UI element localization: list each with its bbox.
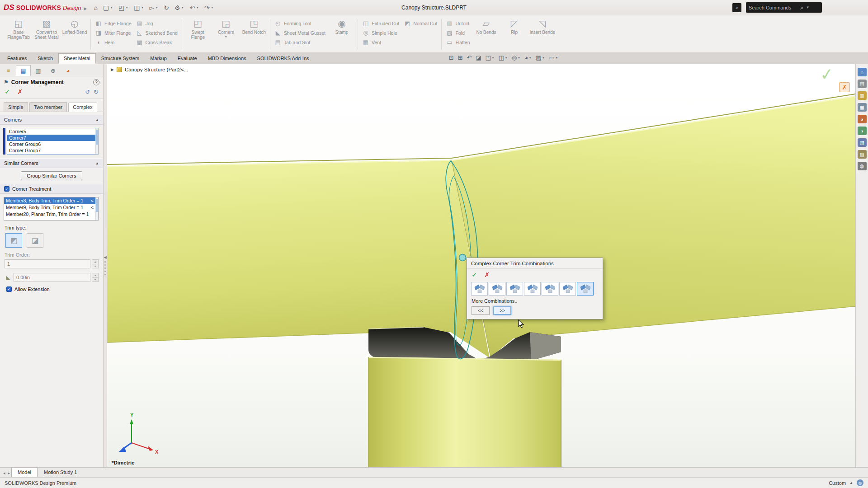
view-settings-icon[interactable]: ▭▼ xyxy=(547,53,560,62)
group-similar-corners-button[interactable]: Group Similar Corners xyxy=(21,171,82,180)
sheet-metal-gusset-button[interactable]: ◣Sheet Metal Gusset xyxy=(272,28,328,38)
task-appearances-icon[interactable]: ◕ xyxy=(858,115,867,123)
open-icon[interactable]: ◰▼ xyxy=(116,3,131,12)
ok-button[interactable]: ✓ xyxy=(5,88,10,96)
hide-show-items-icon[interactable]: ◎▼ xyxy=(510,53,522,62)
quick-tips-icon[interactable]: ◍ xyxy=(857,479,863,486)
rip-button[interactable]: ◸Rip xyxy=(500,16,528,52)
cancel-button[interactable]: ✗ xyxy=(18,88,23,95)
dialog-cancel-button[interactable]: ✗ xyxy=(485,271,490,278)
previous-combinations-button[interactable]: << xyxy=(472,306,490,315)
vent-button[interactable]: ▦Vent xyxy=(360,38,383,47)
allow-extension-checkbox[interactable]: ✓ xyxy=(6,286,12,292)
trim-combo-6[interactable] xyxy=(559,282,576,296)
home-icon[interactable]: ⌂▼ xyxy=(91,3,99,12)
logo-flyout-icon[interactable]: ▶ xyxy=(84,6,87,11)
featuremanager-tab[interactable]: ≡ xyxy=(1,65,16,76)
treatment-list-item[interactable]: Member20, Planar Trim, Trim Order = 1 xyxy=(4,211,95,218)
tab-scroll-right-icon[interactable]: ▸ xyxy=(7,471,12,477)
collapse-chevron-icon[interactable]: ▲ xyxy=(95,118,99,122)
model-tab[interactable]: Model xyxy=(11,468,38,477)
motion-study-tab[interactable]: Motion Study 1 xyxy=(38,468,83,477)
trim-combo-7[interactable] xyxy=(577,282,594,296)
new-document-icon[interactable]: ▢▼ xyxy=(101,3,115,12)
tab-and-slot-button[interactable]: ▤Tab and Slot xyxy=(272,38,312,47)
search-caret-icon[interactable]: ▼ xyxy=(806,5,810,9)
treatment-listbox[interactable]: Member8, Body Trim, Trim Order = 1<Membe… xyxy=(4,197,99,221)
base-flange-tab-button[interactable]: ◱Base Flange/Tab▼ xyxy=(5,16,33,52)
list-scrollbar[interactable] xyxy=(95,197,98,220)
displaymanager-tab[interactable]: ◕ xyxy=(61,65,75,76)
panel-collapse-icon[interactable]: ◀ xyxy=(104,255,106,259)
task-file-explorer-icon[interactable]: ▥ xyxy=(858,91,867,100)
search-scope-icon[interactable]: ⌕ xyxy=(732,3,741,12)
list-scrollbar[interactable] xyxy=(95,128,98,154)
simple-hole-button[interactable]: ◎Simple Hole xyxy=(360,28,400,38)
trim-combo-3[interactable] xyxy=(506,282,523,296)
next-combinations-button[interactable]: >> xyxy=(493,306,511,315)
rebuild-icon[interactable]: ↻▼ xyxy=(161,3,171,12)
search-commands-box[interactable]: ⌕ ▼ xyxy=(746,2,822,13)
convert-to-sheet-metal-button[interactable]: ▧Convert to Sheet Metal▼ xyxy=(33,16,61,52)
task-scenes-icon[interactable]: ◑ xyxy=(858,127,867,135)
task-custom-properties-icon[interactable]: ▧ xyxy=(858,138,867,147)
back-arrow-icon[interactable]: ↺ xyxy=(85,89,90,95)
corners-group-header[interactable]: Corners ▲ xyxy=(0,115,103,125)
task-pack-and-go-icon[interactable]: ▨ xyxy=(858,150,867,159)
edit-appearance-icon[interactable]: ◕▼ xyxy=(523,53,533,62)
tab-features[interactable]: Features xyxy=(2,53,32,64)
corner-list-item[interactable]: Corner7 xyxy=(7,135,95,141)
unit-system-selector[interactable]: Custom xyxy=(829,480,846,486)
dialog-title[interactable]: Complex Corner Trim Combinations xyxy=(467,258,603,269)
options-gear-icon[interactable]: ⚙▼ xyxy=(172,3,187,12)
trim-combo-2[interactable] xyxy=(489,282,505,296)
weld-gap-input[interactable] xyxy=(14,273,90,282)
swept-flange-button[interactable]: ◰Swept Flange▼ xyxy=(184,16,212,52)
tab-evaluate[interactable]: Evaluate xyxy=(172,53,203,64)
canopy-post[interactable] xyxy=(368,357,561,467)
corner-treatment-checkbox[interactable]: ✓ xyxy=(4,186,9,192)
flatten-button[interactable]: ▭Flatten xyxy=(443,38,472,47)
pm-tab-two-member[interactable]: Two member xyxy=(29,102,67,112)
trim-combo-4[interactable] xyxy=(524,282,541,296)
corner-treatment-group-header[interactable]: ✓ Corner Treatment xyxy=(0,184,103,194)
section-view-icon[interactable]: ◪▼ xyxy=(474,53,483,62)
unit-caret-icon[interactable]: ▲ xyxy=(849,481,853,485)
edge-flange-button[interactable]: ◧Edge Flange xyxy=(93,19,134,28)
corners-button[interactable]: ◲Corners▼ xyxy=(212,16,240,52)
similar-corners-group-header[interactable]: Similar Corners ▲ xyxy=(0,158,103,168)
fold-button[interactable]: ▧Fold xyxy=(443,28,467,38)
jog-button[interactable]: ▨Jog xyxy=(134,19,156,28)
pm-tab-complex[interactable]: Complex xyxy=(68,103,97,112)
body-trim-button[interactable]: ◩ xyxy=(5,233,22,248)
trim-combo-5[interactable] xyxy=(542,282,558,296)
treatment-list-item[interactable]: Member8, Body Trim, Trim Order = 1< xyxy=(4,197,95,204)
corner-list-item[interactable]: Corner5 xyxy=(7,128,95,135)
task-design-library-icon[interactable]: ▤ xyxy=(858,80,867,88)
normal-cut-button[interactable]: ◩Normal Cut xyxy=(401,19,439,28)
zoom-area-icon[interactable]: ⊞▼ xyxy=(456,53,464,62)
trim-combo-1[interactable] xyxy=(471,282,488,296)
forward-arrow-icon[interactable]: ↻ xyxy=(94,89,99,95)
panel-splitter[interactable]: ◀ xyxy=(103,64,107,467)
search-input[interactable] xyxy=(749,5,797,10)
breadcrumb[interactable]: ▶ Canopy Structure (Part2<... xyxy=(111,67,188,72)
insert-bends-button[interactable]: ◹Insert Bends xyxy=(528,16,557,52)
apply-scene-icon[interactable]: ▨▼ xyxy=(534,53,547,62)
selection-handle[interactable] xyxy=(459,254,466,261)
corner-list-item[interactable]: Corner Group6 xyxy=(7,141,95,147)
previous-view-icon[interactable]: ↶▼ xyxy=(465,53,473,62)
tab-sheet-metal[interactable]: Sheet Metal xyxy=(58,53,96,64)
undo-icon[interactable]: ↶▼ xyxy=(187,3,201,12)
trim-order-spinner[interactable]: ▲▼ xyxy=(92,259,99,268)
miter-flange-button[interactable]: ◨Miter Flange xyxy=(93,28,133,38)
bend-notch-button[interactable]: ◳Bend Notch▼ xyxy=(240,16,268,52)
canopy-beam-left[interactable] xyxy=(107,160,490,358)
configurationmanager-tab[interactable]: ▥ xyxy=(31,65,46,76)
stamp-button[interactable]: ◉Stamp xyxy=(328,16,356,52)
tab-solidworks-add-ins[interactable]: SOLIDWORKS Add-Ins xyxy=(252,53,315,64)
unfold-button[interactable]: ▥Unfold xyxy=(443,19,471,28)
view-orientation-icon[interactable]: ◳▼ xyxy=(484,53,496,62)
propertymanager-tab[interactable]: ▤ xyxy=(16,65,31,76)
corners-listbox[interactable]: Corner5Corner7Corner Group6Corner Group7 xyxy=(7,128,99,155)
